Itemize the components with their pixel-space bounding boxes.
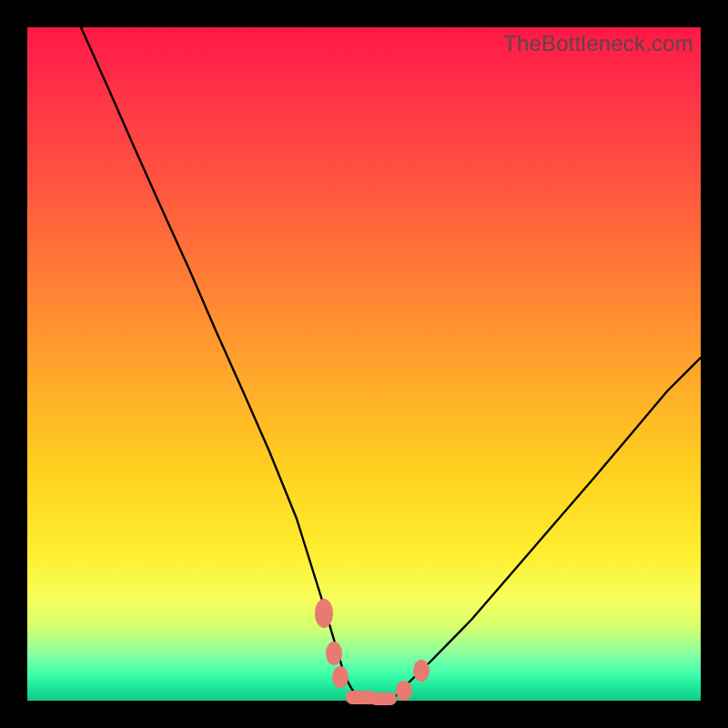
marker-dot bbox=[396, 681, 412, 701]
chart-frame: TheBottleneck.com bbox=[0, 0, 728, 728]
bottleneck-curve bbox=[81, 27, 701, 701]
marker-dot bbox=[326, 642, 342, 665]
plot-area: TheBottleneck.com bbox=[27, 27, 701, 701]
curve-svg bbox=[27, 27, 701, 701]
marker-dot bbox=[413, 660, 430, 682]
marker-pill bbox=[369, 693, 397, 705]
marker-dot bbox=[315, 599, 333, 628]
marker-dot bbox=[332, 666, 349, 688]
trough-markers bbox=[315, 599, 430, 705]
